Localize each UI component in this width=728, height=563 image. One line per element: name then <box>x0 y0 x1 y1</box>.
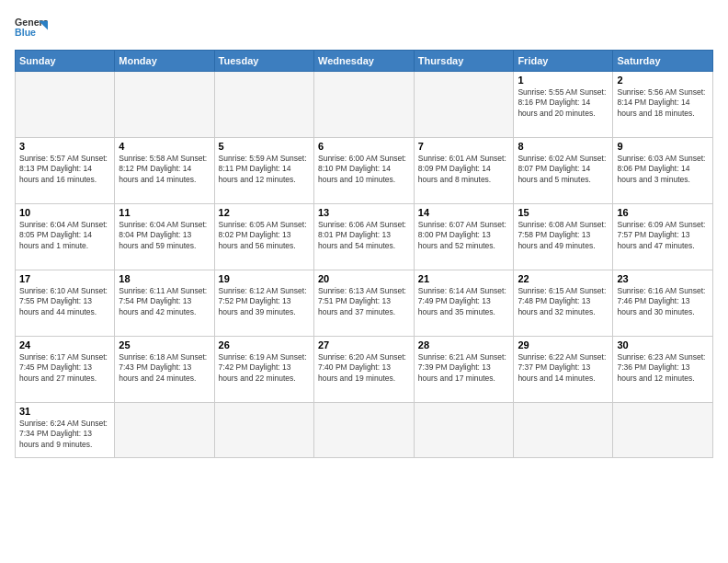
table-row: 13Sunrise: 6:06 AM Sunset: 8:01 PM Dayli… <box>313 204 414 270</box>
table-row: 22Sunrise: 6:15 AM Sunset: 7:48 PM Dayli… <box>514 270 613 337</box>
day-number: 27 <box>318 339 410 350</box>
table-row: 20Sunrise: 6:13 AM Sunset: 7:51 PM Dayli… <box>313 270 414 337</box>
calendar-header: Sunday Monday Tuesday Wednesday Thursday… <box>16 51 713 72</box>
table-row: 18Sunrise: 6:11 AM Sunset: 7:54 PM Dayli… <box>115 270 214 337</box>
day-number: 12 <box>219 207 310 218</box>
day-info: Sunrise: 6:03 AM Sunset: 8:06 PM Dayligh… <box>617 154 709 185</box>
day-info: Sunrise: 6:21 AM Sunset: 7:39 PM Dayligh… <box>418 352 510 384</box>
day-info: Sunrise: 6:15 AM Sunset: 7:48 PM Dayligh… <box>518 286 609 317</box>
table-row <box>115 72 214 138</box>
day-info: Sunrise: 6:16 AM Sunset: 7:46 PM Dayligh… <box>617 286 709 317</box>
day-info: Sunrise: 6:20 AM Sunset: 7:40 PM Dayligh… <box>318 352 410 384</box>
table-row: 10Sunrise: 6:04 AM Sunset: 8:05 PM Dayli… <box>16 204 115 270</box>
col-thursday: Thursday <box>414 51 514 72</box>
day-number: 14 <box>418 207 510 218</box>
table-row: 2Sunrise: 5:56 AM Sunset: 8:14 PM Daylig… <box>613 72 713 138</box>
table-row <box>514 403 613 458</box>
day-number: 17 <box>19 273 110 284</box>
day-info: Sunrise: 6:06 AM Sunset: 8:01 PM Dayligh… <box>318 220 410 251</box>
day-info: Sunrise: 6:14 AM Sunset: 7:49 PM Dayligh… <box>418 286 510 317</box>
table-row: 24Sunrise: 6:17 AM Sunset: 7:45 PM Dayli… <box>16 337 115 403</box>
day-info: Sunrise: 6:07 AM Sunset: 8:00 PM Dayligh… <box>418 220 510 251</box>
table-row: 3Sunrise: 5:57 AM Sunset: 8:13 PM Daylig… <box>16 138 115 204</box>
day-info: Sunrise: 5:55 AM Sunset: 8:16 PM Dayligh… <box>518 87 609 119</box>
table-row: 6Sunrise: 6:00 AM Sunset: 8:10 PM Daylig… <box>313 138 414 204</box>
day-number: 5 <box>219 141 310 152</box>
day-number: 2 <box>617 75 709 86</box>
day-number: 29 <box>518 339 609 350</box>
table-row: 12Sunrise: 6:05 AM Sunset: 8:02 PM Dayli… <box>214 204 313 270</box>
table-row: 8Sunrise: 6:02 AM Sunset: 8:07 PM Daylig… <box>514 138 613 204</box>
day-info: Sunrise: 6:02 AM Sunset: 8:07 PM Dayligh… <box>518 154 609 185</box>
day-info: Sunrise: 6:23 AM Sunset: 7:36 PM Dayligh… <box>617 352 709 384</box>
table-row: 4Sunrise: 5:58 AM Sunset: 8:12 PM Daylig… <box>115 138 214 204</box>
table-row: 15Sunrise: 6:08 AM Sunset: 7:58 PM Dayli… <box>514 204 613 270</box>
table-row <box>115 403 214 458</box>
table-row <box>414 403 514 458</box>
day-number: 30 <box>617 339 709 350</box>
day-info: Sunrise: 6:00 AM Sunset: 8:10 PM Dayligh… <box>318 154 410 185</box>
table-row: 17Sunrise: 6:10 AM Sunset: 7:55 PM Dayli… <box>16 270 115 337</box>
day-number: 16 <box>617 207 709 218</box>
table-row: 16Sunrise: 6:09 AM Sunset: 7:57 PM Dayli… <box>613 204 713 270</box>
table-row: 19Sunrise: 6:12 AM Sunset: 7:52 PM Dayli… <box>214 270 313 337</box>
table-row: 27Sunrise: 6:20 AM Sunset: 7:40 PM Dayli… <box>313 337 414 403</box>
day-info: Sunrise: 5:58 AM Sunset: 8:12 PM Dayligh… <box>119 154 210 185</box>
col-saturday: Saturday <box>613 51 713 72</box>
calendar: Sunday Monday Tuesday Wednesday Thursday… <box>15 50 713 458</box>
day-number: 7 <box>418 141 510 152</box>
table-row <box>16 72 115 138</box>
col-sunday: Sunday <box>16 51 115 72</box>
table-row: 30Sunrise: 6:23 AM Sunset: 7:36 PM Dayli… <box>613 337 713 403</box>
header: General Blue <box>15 15 713 40</box>
generalblue-logo-icon: General Blue <box>15 15 48 40</box>
day-number: 24 <box>19 339 110 350</box>
day-info: Sunrise: 6:10 AM Sunset: 7:55 PM Dayligh… <box>19 286 110 317</box>
day-number: 8 <box>518 141 609 152</box>
table-row: 9Sunrise: 6:03 AM Sunset: 8:06 PM Daylig… <box>613 138 713 204</box>
day-number: 31 <box>19 406 110 417</box>
day-info: Sunrise: 6:01 AM Sunset: 8:09 PM Dayligh… <box>418 154 510 185</box>
day-info: Sunrise: 6:17 AM Sunset: 7:45 PM Dayligh… <box>19 352 110 384</box>
table-row: 23Sunrise: 6:16 AM Sunset: 7:46 PM Dayli… <box>613 270 713 337</box>
table-row <box>313 72 414 138</box>
svg-text:Blue: Blue <box>15 27 36 38</box>
col-wednesday: Wednesday <box>313 51 414 72</box>
table-row <box>313 403 414 458</box>
day-number: 3 <box>19 141 110 152</box>
day-info: Sunrise: 6:22 AM Sunset: 7:37 PM Dayligh… <box>518 352 609 384</box>
day-number: 19 <box>219 273 310 284</box>
table-row <box>613 403 713 458</box>
page: General Blue Sunday Monday Tuesday Wedne… <box>0 0 728 563</box>
day-info: Sunrise: 6:05 AM Sunset: 8:02 PM Dayligh… <box>219 220 310 251</box>
day-info: Sunrise: 6:18 AM Sunset: 7:43 PM Dayligh… <box>119 352 210 384</box>
table-row: 5Sunrise: 5:59 AM Sunset: 8:11 PM Daylig… <box>214 138 313 204</box>
table-row: 29Sunrise: 6:22 AM Sunset: 7:37 PM Dayli… <box>514 337 613 403</box>
day-info: Sunrise: 6:04 AM Sunset: 8:04 PM Dayligh… <box>119 220 210 251</box>
table-row: 14Sunrise: 6:07 AM Sunset: 8:00 PM Dayli… <box>414 204 514 270</box>
day-info: Sunrise: 6:13 AM Sunset: 7:51 PM Dayligh… <box>318 286 410 317</box>
day-number: 4 <box>119 141 210 152</box>
day-info: Sunrise: 6:12 AM Sunset: 7:52 PM Dayligh… <box>219 286 310 317</box>
table-row: 7Sunrise: 6:01 AM Sunset: 8:09 PM Daylig… <box>414 138 514 204</box>
col-monday: Monday <box>115 51 214 72</box>
table-row: 26Sunrise: 6:19 AM Sunset: 7:42 PM Dayli… <box>214 337 313 403</box>
day-number: 1 <box>518 75 609 86</box>
day-info: Sunrise: 6:19 AM Sunset: 7:42 PM Dayligh… <box>219 352 310 384</box>
day-number: 15 <box>518 207 609 218</box>
col-friday: Friday <box>514 51 613 72</box>
day-number: 26 <box>219 339 310 350</box>
day-info: Sunrise: 5:59 AM Sunset: 8:11 PM Dayligh… <box>219 154 310 185</box>
day-info: Sunrise: 6:08 AM Sunset: 7:58 PM Dayligh… <box>518 220 609 251</box>
day-number: 25 <box>119 339 210 350</box>
table-row: 21Sunrise: 6:14 AM Sunset: 7:49 PM Dayli… <box>414 270 514 337</box>
day-info: Sunrise: 6:09 AM Sunset: 7:57 PM Dayligh… <box>617 220 709 251</box>
day-info: Sunrise: 5:57 AM Sunset: 8:13 PM Dayligh… <box>19 154 110 185</box>
day-number: 6 <box>318 141 410 152</box>
day-number: 22 <box>518 273 609 284</box>
table-row <box>214 403 313 458</box>
day-number: 21 <box>418 273 510 284</box>
logo: General Blue <box>15 15 48 40</box>
table-row: 31Sunrise: 6:24 AM Sunset: 7:34 PM Dayli… <box>16 403 115 458</box>
table-row: 11Sunrise: 6:04 AM Sunset: 8:04 PM Dayli… <box>115 204 214 270</box>
